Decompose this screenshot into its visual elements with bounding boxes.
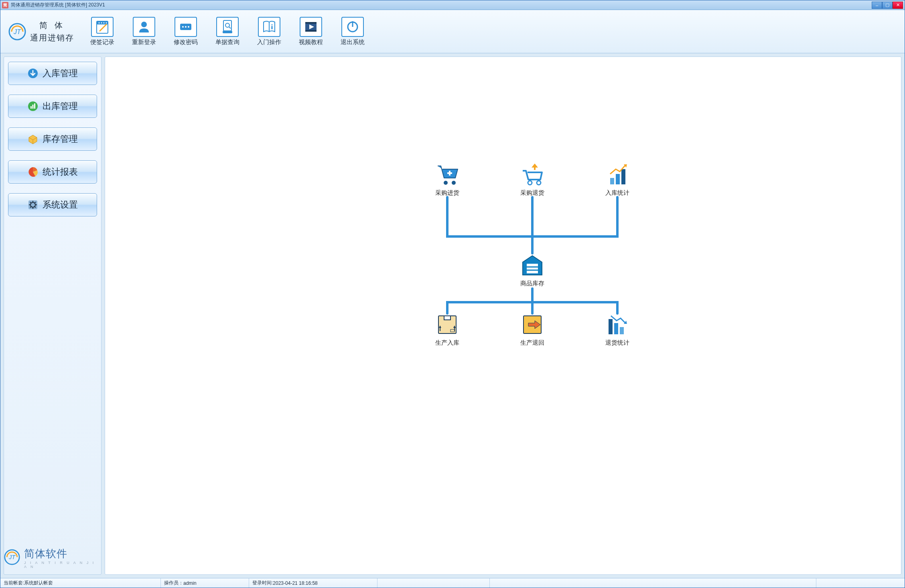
status-operator-label: 操作员： [164,580,183,586]
toolbar-label: 退出系统 [341,38,365,46]
svg-text:JT: JT [13,28,21,35]
brand-logo-small-icon: JT [4,549,20,566]
flow-node-inventory[interactable]: 商品库存 [514,253,550,287]
footer-brand-pinyin: J I A N T I R U A N J I A N [24,561,101,569]
box-icon [27,133,39,145]
toolbar-guide-button[interactable]: 入门操作 [250,14,288,48]
cart-up-icon [519,162,546,187]
status-operator: 操作员： admin [161,578,249,588]
flow-node-production-in[interactable]: 生产入库 [429,312,465,347]
maximize-button[interactable]: ▢ [882,2,893,9]
toolbar-password-button[interactable]: 修改密码 [166,14,205,48]
svg-point-4 [99,22,100,24]
svg-point-10 [182,26,184,28]
svg-point-47 [528,181,532,185]
status-login-label: 登录时间: [252,580,273,586]
flow-node-purchase-return[interactable]: 采购退货 [514,162,550,197]
sidebar-report-button[interactable]: 统计报表 [8,160,97,184]
arrow-down-circle-icon [27,68,39,79]
svg-rect-21 [305,22,317,24]
svg-rect-29 [32,105,34,109]
svg-point-7 [106,22,107,24]
status-login: 登录时间: 2023-04-21 18:16:58 [249,578,377,588]
toolbar-relogin-button[interactable]: 重新登录 [125,14,163,48]
book-info-icon [258,17,280,37]
package-icon [434,312,461,337]
minimize-button[interactable]: – [872,2,882,9]
svg-rect-50 [616,174,620,184]
flow-label: 采购退货 [520,189,544,197]
toolbar-label: 视频教程 [299,38,323,46]
svg-point-5 [101,22,102,24]
warehouse-icon [519,253,546,277]
status-account: 当前帐套: 系统默认帐套 [0,578,161,588]
flow-label: 退货统计 [605,339,629,347]
chart-down-icon [604,312,631,337]
status-slot-6 [816,578,905,588]
toolbar-exit-button[interactable]: 退出系统 [333,14,372,48]
sidebar-inbound-button[interactable]: 入库管理 [8,62,97,85]
flow-node-inbound-stats[interactable]: 入库统计 [599,162,635,197]
footer-brand-text: 简体软件 [24,547,67,561]
sidebar-label: 统计报表 [43,166,78,178]
brand-line2: 通用进销存 [30,32,74,43]
status-login-value: 2023-04-21 18:16:58 [273,580,317,586]
svg-point-6 [103,22,105,24]
svg-rect-19 [272,26,273,29]
svg-text:JT: JT [8,554,16,560]
svg-rect-13 [223,20,231,31]
svg-rect-16 [223,31,232,33]
flow-node-production-return[interactable]: 生产退回 [514,312,550,347]
user-icon [133,17,155,37]
sidebar-label: 系统设置 [43,199,78,211]
sidebar-footer-brand: JT 简体软件 J I A N T I R U A N J I A N [4,547,101,569]
search-doc-icon [216,17,239,37]
toolbar-label: 入门操作 [257,38,281,46]
toolbar-notes-button[interactable]: 便签记录 [83,14,122,48]
sidebar-settings-button[interactable]: 系统设置 [8,193,97,216]
flow-connectors [105,57,901,574]
toolbar-billquery-button[interactable]: 单据查询 [208,14,247,48]
gear-icon [27,199,39,210]
svg-point-18 [272,24,273,26]
body: 入库管理 出库管理 库存管理 统计报表 [0,53,905,578]
svg-rect-30 [34,103,35,109]
svg-rect-67 [620,327,624,334]
pie-chart-icon [27,166,39,178]
svg-point-44 [452,181,456,185]
toolbar-label: 重新登录 [132,38,156,46]
sidebar-label: 出库管理 [43,100,78,112]
svg-point-11 [185,26,187,28]
flow-node-purchase-in[interactable]: 采购进货 [429,162,465,197]
close-button[interactable]: ✕ [893,2,903,9]
flow-label: 商品库存 [520,280,544,287]
package-arrow-icon [519,312,546,337]
sidebar-label: 入库管理 [43,67,78,79]
flow-label: 生产入库 [435,339,459,347]
status-account-label: 当前帐套: [4,580,24,586]
sidebar-inventory-button[interactable]: 库存管理 [8,127,97,151]
flow-label: 生产退回 [520,339,544,347]
app-window: 简 简体通用进销存管理系统 [简体软件] 2023V1 – ▢ ✕ JT 简 体… [0,0,905,588]
content-panel: 采购进货 采购退货 入库统计 [105,57,901,575]
toolbar: JT 简 体 通用进销存 便签记录 重新登录 修改密码 [0,10,905,53]
svg-rect-51 [621,169,625,184]
toolbar-video-button[interactable]: 视频教程 [292,14,330,48]
status-account-value: 系统默认帐套 [24,580,53,586]
svg-point-48 [537,181,541,185]
brand: JT 简 体 通用进销存 [4,20,81,43]
sidebar-outbound-button[interactable]: 出库管理 [8,95,97,118]
chart-circle-icon [27,101,39,112]
status-slot-5 [490,578,816,588]
notepad-icon [91,17,114,37]
statusbar: 当前帐套: 系统默认帐套 操作员： admin 登录时间: 2023-04-21… [0,578,905,588]
app-icon: 简 [2,2,8,8]
svg-rect-28 [30,106,32,109]
sidebar: 入库管理 出库管理 库存管理 统计报表 [4,57,101,575]
brand-line1: 简 体 [39,20,65,31]
svg-rect-66 [614,323,618,334]
svg-rect-57 [444,316,450,320]
svg-rect-22 [305,30,317,32]
flow-node-return-stats[interactable]: 退货统计 [599,312,635,347]
toolbar-label: 单据查询 [215,38,239,46]
